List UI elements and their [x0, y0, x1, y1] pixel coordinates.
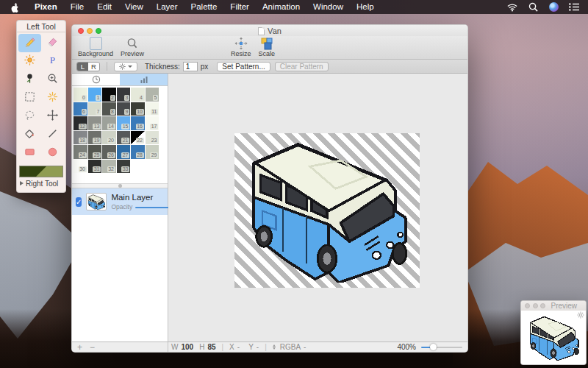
zoom-tool[interactable]	[41, 71, 64, 89]
swatch-0[interactable]: 0	[74, 88, 87, 102]
swatch-8[interactable]: 8	[102, 102, 116, 116]
swatch-21[interactable]: 21	[117, 131, 131, 145]
siri-icon[interactable]	[548, 2, 559, 13]
select-rect-tool[interactable]	[18, 89, 41, 107]
menu-item-file[interactable]: File	[64, 2, 91, 11]
preview-close-button[interactable]	[525, 303, 530, 308]
preview-titlebar[interactable]: Preview	[521, 301, 586, 311]
swatch-13[interactable]: 13	[88, 116, 102, 130]
layer-list-empty-area	[72, 215, 168, 342]
fill-tool[interactable]	[18, 126, 41, 144]
background-button[interactable]: Background	[78, 37, 113, 57]
swatch-32[interactable]: 32	[102, 160, 116, 174]
ellipse-shape-tool[interactable]	[41, 144, 64, 163]
add-layer-button[interactable]: +	[77, 344, 82, 351]
swatch-27[interactable]: 27	[117, 145, 131, 159]
swatch-7[interactable]: 7	[88, 102, 102, 116]
brightness-tool[interactable]	[18, 52, 41, 71]
layer-visibility-checkbox[interactable]: ✓	[76, 197, 82, 207]
menu-item-layer[interactable]: Layer	[150, 2, 184, 11]
lasso-tool[interactable]	[18, 107, 41, 126]
apple-menu[interactable]	[10, 2, 19, 13]
right-tool-disclosure[interactable]: Right Tool	[17, 178, 65, 188]
move-tool[interactable]	[41, 107, 64, 126]
search-icon[interactable]	[528, 2, 538, 13]
resize-label: Resize	[231, 51, 251, 57]
resize-button[interactable]: Resize	[231, 37, 251, 57]
swatch-33[interactable]: 33	[117, 160, 131, 174]
preview-gear-icon[interactable]	[577, 311, 584, 319]
swatch-index: 9	[124, 109, 129, 115]
layer-row-main-layer[interactable]: ✓ Main Layer Opacity 100%	[72, 188, 168, 215]
swatch-20[interactable]: 20	[102, 131, 116, 145]
swatch-11[interactable]: 11	[146, 102, 159, 116]
eraser-tool[interactable]	[41, 34, 64, 52]
preview-button[interactable]: Preview	[121, 37, 144, 57]
swatch-3[interactable]: 3	[117, 88, 131, 102]
swatch-12[interactable]: 12	[74, 116, 87, 130]
menu-item-view[interactable]: View	[118, 2, 150, 11]
preview-zoom-button[interactable]	[540, 303, 545, 308]
wifi-icon[interactable]	[507, 2, 517, 13]
panel-splitter[interactable]	[72, 183, 168, 188]
tab-swatches[interactable]	[120, 74, 168, 85]
set-pattern-button[interactable]: Set Pattern...	[217, 62, 270, 71]
color-mode-label[interactable]: RGBA	[280, 343, 301, 351]
swatch-16[interactable]: 16	[131, 116, 145, 130]
tab-history[interactable]	[72, 74, 120, 85]
swatch-1[interactable]: 1	[88, 88, 102, 102]
swatch-25[interactable]: 25	[88, 145, 102, 159]
dropper-tool[interactable]	[18, 71, 41, 89]
tool-settings-dropdown[interactable]	[114, 62, 137, 71]
color-mode-value: -	[304, 343, 306, 351]
swatch-17[interactable]: 17	[146, 116, 159, 130]
left-mouse-segment[interactable]: L	[77, 63, 88, 71]
swatch-19[interactable]: 19	[88, 131, 102, 145]
color-pair-preview[interactable]	[19, 166, 63, 177]
swatch-2[interactable]: 2	[102, 88, 116, 102]
preview-minimize-button[interactable]	[533, 303, 538, 308]
swatch-6[interactable]: 6	[74, 102, 87, 116]
rect-shape-icon	[24, 146, 36, 161]
magic-wand-tool[interactable]	[41, 89, 64, 107]
remove-layer-button[interactable]: −	[90, 344, 95, 351]
swatch-10[interactable]: 10	[131, 102, 145, 116]
window-titlebar[interactable]: Van	[72, 25, 467, 36]
menu-item-pixen[interactable]: Pixen	[28, 2, 64, 11]
swatch-23[interactable]: 23	[146, 131, 159, 145]
p-tool-tool[interactable]: P	[41, 52, 64, 71]
swatch-15[interactable]: 15	[117, 116, 131, 130]
swatch-9[interactable]: 9	[117, 102, 131, 116]
swatch-18[interactable]: 18	[74, 131, 87, 145]
swatch-30[interactable]: 30	[74, 160, 87, 174]
swatch-29[interactable]: 29	[146, 145, 159, 159]
pencil-tool[interactable]	[18, 34, 41, 52]
right-mouse-segment[interactable]: R	[88, 63, 99, 71]
swatch-22[interactable]: 22	[131, 131, 145, 145]
pixel-canvas[interactable]	[234, 133, 420, 288]
swatch-28[interactable]: 28	[131, 145, 145, 159]
swatch-5[interactable]: 5	[146, 88, 159, 102]
zoom-slider[interactable]	[421, 344, 462, 351]
notification-list-icon[interactable]	[569, 2, 579, 13]
menu-item-edit[interactable]: Edit	[90, 2, 118, 11]
menu-item-palette[interactable]: Palette	[184, 2, 224, 11]
line-tool[interactable]	[41, 126, 64, 144]
scale-button[interactable]: Scale	[259, 37, 276, 57]
swatch-24[interactable]: 24	[74, 145, 87, 159]
swatch-14[interactable]: 14	[102, 116, 116, 130]
thickness-input[interactable]	[183, 62, 198, 71]
swatch-31[interactable]: 31	[88, 160, 102, 174]
menu-item-filter[interactable]: Filter	[223, 2, 256, 11]
height-value: 85	[207, 343, 215, 351]
preview-van-art	[526, 315, 581, 361]
rect-shape-tool[interactable]	[18, 144, 41, 163]
swatch-4[interactable]: 4	[131, 88, 145, 102]
menu-item-animation[interactable]: Animation	[256, 2, 306, 11]
fill-icon	[24, 127, 36, 143]
color-mode-popup-icon[interactable]	[273, 344, 276, 350]
menu-item-help[interactable]: Help	[350, 2, 381, 11]
clear-pattern-button[interactable]: Clear Pattern	[275, 62, 329, 71]
menu-item-window[interactable]: Window	[306, 2, 350, 11]
swatch-26[interactable]: 26	[102, 145, 116, 159]
